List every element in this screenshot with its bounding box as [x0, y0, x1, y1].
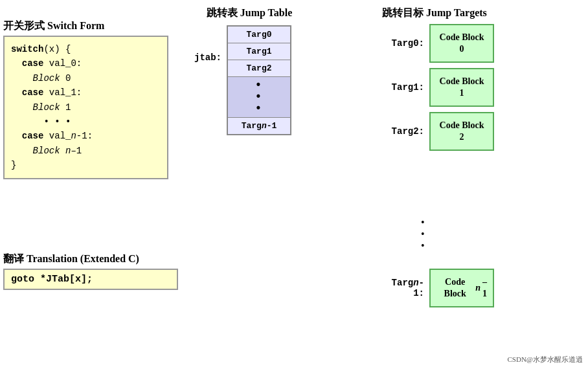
- target-label-last: Targn-1:: [382, 278, 424, 298]
- jtab-cell-last: Targn-1: [228, 118, 290, 134]
- switch-form-title: 开关形式 Switch Form: [3, 19, 168, 33]
- code-line-3: Block 0: [11, 71, 161, 85]
- jtab-cell-1: Targ1: [228, 43, 290, 60]
- jump-targets-title: 跳转目标 Jump Targets: [382, 6, 576, 20]
- code-line-8: Block n–1: [11, 144, 161, 158]
- code-line-2: case val_0:: [11, 56, 161, 71]
- translation-title: 翻译 Translation (Extended C): [3, 252, 185, 266]
- code-line-1: switch(x) {: [11, 42, 161, 56]
- dot-1: •: [421, 217, 425, 228]
- target-box-0: Code Block0: [429, 24, 494, 63]
- code-line-4: case val_1:: [11, 85, 161, 100]
- translation-title-english: Translation (Extended C): [27, 253, 139, 264]
- jtab-cell-dots: •••: [228, 77, 290, 118]
- jump-table-title: 跳转表 Jump Table: [194, 6, 304, 20]
- jtab-cell-2: Targ2: [228, 60, 290, 77]
- target-label-2: Targ2:: [382, 126, 424, 137]
- target-box-2: Code Block2: [429, 112, 494, 151]
- switch-form-title-chinese: 开关形式: [3, 20, 45, 31]
- translation-title-chinese: 翻译: [3, 253, 24, 264]
- switch-form-section: 开关形式 Switch Form switch(x) { case val_0:…: [3, 19, 168, 179]
- code-line-7: case val_n-1:: [11, 129, 161, 143]
- code-line-5: Block 1: [11, 100, 161, 115]
- target-row-1: Targ1: Code Block1: [382, 68, 576, 107]
- dot-2: •: [421, 228, 425, 240]
- jump-table-title-chinese: 跳转表: [207, 7, 238, 18]
- jump-table-title-english: Jump Table: [240, 7, 292, 18]
- target-box-last: Code Blockn–1: [429, 269, 494, 307]
- jtab-label: jtab:: [194, 52, 221, 63]
- jump-targets-title-chinese: 跳转目标: [382, 7, 424, 18]
- jtab-cell-0: Targ0: [228, 27, 290, 43]
- target-box-1: Code Block1: [429, 68, 494, 107]
- dot-3: •: [421, 240, 425, 252]
- middle-dots: • • •: [421, 217, 425, 252]
- switch-form-title-english: Switch Form: [47, 20, 104, 31]
- jump-targets-section: 跳转目标 Jump Targets Targ0: Code Block0 Tar…: [382, 6, 576, 156]
- jump-targets-title-english: Jump Targets: [426, 7, 487, 18]
- target-label-0: Targ0:: [382, 38, 424, 49]
- code-line-6: • • •: [11, 115, 161, 129]
- watermark: CSDN@水梦水醒乐道逍: [508, 355, 583, 364]
- translation-section: 翻译 Translation (Extended C) goto *JTab[x…: [3, 252, 185, 290]
- translation-box: goto *JTab[x];: [3, 269, 178, 290]
- switch-form-box: switch(x) { case val_0: Block 0 case val…: [3, 36, 168, 179]
- translation-code: goto *JTab[x];: [11, 274, 93, 285]
- last-target-row: Targn-1: Code Blockn–1: [382, 269, 494, 313]
- code-line-9: }: [11, 158, 161, 172]
- target-row-0: Targ0: Code Block0: [382, 24, 576, 63]
- target-label-1: Targ1:: [382, 82, 424, 93]
- target-row-2: Targ2: Code Block2: [382, 112, 576, 151]
- jtab-cells: Targ0 Targ1 Targ2 ••• Targn-1: [227, 25, 291, 135]
- page: 开关形式 Switch Form switch(x) { case val_0:…: [0, 0, 588, 367]
- target-row-last: Targn-1: Code Blockn–1: [382, 269, 494, 307]
- jump-table-section: 跳转表 Jump Table jtab: Targ0 Targ1 Targ2 •…: [194, 6, 304, 135]
